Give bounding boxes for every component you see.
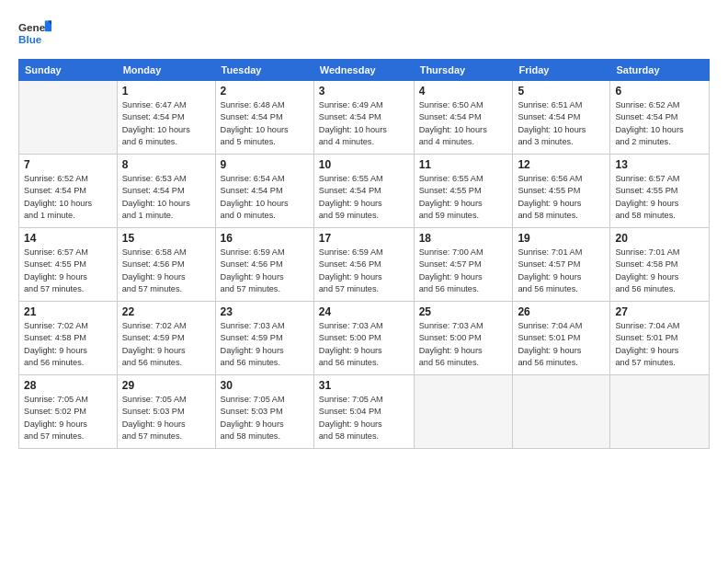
week-row-4: 21Sunrise: 7:02 AM Sunset: 4:58 PM Dayli… [19, 302, 710, 375]
day-number: 20 [615, 232, 704, 245]
day-number: 22 [122, 305, 210, 318]
day-cell: 8Sunrise: 6:53 AM Sunset: 4:54 PM Daylig… [117, 155, 215, 228]
day-number: 12 [518, 158, 605, 171]
day-cell: 21Sunrise: 7:02 AM Sunset: 4:58 PM Dayli… [19, 302, 118, 375]
day-info: Sunrise: 6:49 AM Sunset: 4:54 PM Dayligh… [319, 99, 409, 148]
day-info: Sunrise: 6:57 AM Sunset: 4:55 PM Dayligh… [615, 173, 704, 222]
day-info: Sunrise: 6:50 AM Sunset: 4:54 PM Dayligh… [419, 99, 508, 148]
day-cell: 16Sunrise: 6:59 AM Sunset: 4:56 PM Dayli… [215, 228, 313, 302]
day-cell: 22Sunrise: 7:02 AM Sunset: 4:59 PM Dayli… [117, 302, 215, 375]
day-cell: 12Sunrise: 6:56 AM Sunset: 4:55 PM Dayli… [513, 155, 610, 228]
day-cell: 27Sunrise: 7:04 AM Sunset: 5:01 PM Dayli… [610, 302, 710, 375]
day-number: 2 [221, 85, 309, 98]
day-cell [414, 375, 513, 449]
day-cell: 23Sunrise: 7:03 AM Sunset: 4:59 PM Dayli… [215, 302, 313, 375]
day-number: 28 [24, 379, 112, 392]
day-number: 16 [221, 232, 309, 245]
day-info: Sunrise: 7:02 AM Sunset: 4:59 PM Dayligh… [122, 320, 210, 369]
day-cell: 26Sunrise: 7:04 AM Sunset: 5:01 PM Dayli… [513, 302, 610, 375]
day-cell: 14Sunrise: 6:57 AM Sunset: 4:55 PM Dayli… [19, 228, 118, 302]
weekday-header-friday: Friday [513, 60, 610, 81]
day-cell: 6Sunrise: 6:52 AM Sunset: 4:54 PM Daylig… [610, 81, 710, 155]
day-cell [610, 375, 710, 449]
day-cell: 9Sunrise: 6:54 AM Sunset: 4:54 PM Daylig… [215, 155, 313, 228]
day-cell: 4Sunrise: 6:50 AM Sunset: 4:54 PM Daylig… [414, 81, 513, 155]
day-number: 21 [24, 305, 112, 318]
logo-icon: General Blue [18, 17, 51, 50]
day-cell: 25Sunrise: 7:03 AM Sunset: 5:00 PM Dayli… [414, 302, 513, 375]
day-number: 25 [419, 305, 508, 318]
week-row-3: 14Sunrise: 6:57 AM Sunset: 4:55 PM Dayli… [19, 228, 710, 302]
day-info: Sunrise: 6:57 AM Sunset: 4:55 PM Dayligh… [24, 247, 112, 295]
day-info: Sunrise: 6:52 AM Sunset: 4:54 PM Dayligh… [615, 99, 704, 148]
day-cell: 19Sunrise: 7:01 AM Sunset: 4:57 PM Dayli… [513, 228, 610, 302]
weekday-header-row: SundayMondayTuesdayWednesdayThursdayFrid… [19, 60, 710, 81]
week-row-1: 1Sunrise: 6:47 AM Sunset: 4:54 PM Daylig… [19, 81, 710, 155]
day-cell: 1Sunrise: 6:47 AM Sunset: 4:54 PM Daylig… [117, 81, 215, 155]
svg-text:Blue: Blue [18, 33, 42, 45]
weekday-header-tuesday: Tuesday [215, 60, 313, 81]
logo: General Blue [18, 17, 51, 50]
day-number: 24 [319, 305, 409, 318]
day-number: 19 [518, 232, 605, 245]
day-number: 1 [122, 85, 210, 98]
day-number: 10 [319, 158, 409, 171]
day-number: 31 [319, 379, 409, 392]
day-info: Sunrise: 7:03 AM Sunset: 5:00 PM Dayligh… [419, 320, 508, 369]
header: General Blue [18, 17, 710, 50]
day-number: 13 [615, 158, 704, 171]
day-number: 18 [419, 232, 508, 245]
day-cell: 28Sunrise: 7:05 AM Sunset: 5:02 PM Dayli… [19, 375, 118, 449]
day-cell [513, 375, 610, 449]
day-info: Sunrise: 6:48 AM Sunset: 4:54 PM Dayligh… [221, 99, 309, 148]
day-info: Sunrise: 6:59 AM Sunset: 4:56 PM Dayligh… [319, 247, 409, 295]
day-info: Sunrise: 7:03 AM Sunset: 4:59 PM Dayligh… [221, 320, 309, 369]
day-cell: 30Sunrise: 7:05 AM Sunset: 5:03 PM Dayli… [215, 375, 313, 449]
day-info: Sunrise: 7:05 AM Sunset: 5:04 PM Dayligh… [319, 394, 409, 442]
day-cell: 3Sunrise: 6:49 AM Sunset: 4:54 PM Daylig… [313, 81, 414, 155]
day-info: Sunrise: 7:01 AM Sunset: 4:58 PM Dayligh… [615, 247, 704, 295]
day-info: Sunrise: 7:04 AM Sunset: 5:01 PM Dayligh… [518, 320, 605, 369]
day-info: Sunrise: 7:05 AM Sunset: 5:02 PM Dayligh… [24, 394, 112, 442]
day-info: Sunrise: 7:04 AM Sunset: 5:01 PM Dayligh… [615, 320, 704, 369]
day-cell: 10Sunrise: 6:55 AM Sunset: 4:54 PM Dayli… [313, 155, 414, 228]
weekday-header-saturday: Saturday [610, 60, 710, 81]
weekday-header-sunday: Sunday [19, 60, 118, 81]
day-cell: 13Sunrise: 6:57 AM Sunset: 4:55 PM Dayli… [610, 155, 710, 228]
day-number: 11 [419, 158, 508, 171]
day-number: 9 [221, 158, 309, 171]
day-info: Sunrise: 6:55 AM Sunset: 4:55 PM Dayligh… [419, 173, 508, 222]
day-info: Sunrise: 6:59 AM Sunset: 4:56 PM Dayligh… [221, 247, 309, 295]
day-number: 3 [319, 85, 409, 98]
day-info: Sunrise: 6:51 AM Sunset: 4:54 PM Dayligh… [518, 99, 605, 148]
day-cell: 17Sunrise: 6:59 AM Sunset: 4:56 PM Dayli… [313, 228, 414, 302]
day-number: 6 [615, 85, 704, 98]
day-cell: 29Sunrise: 7:05 AM Sunset: 5:03 PM Dayli… [117, 375, 215, 449]
day-number: 8 [122, 158, 210, 171]
calendar-table: SundayMondayTuesdayWednesdayThursdayFrid… [18, 59, 710, 449]
day-cell: 11Sunrise: 6:55 AM Sunset: 4:55 PM Dayli… [414, 155, 513, 228]
day-number: 27 [615, 305, 704, 318]
day-info: Sunrise: 7:05 AM Sunset: 5:03 PM Dayligh… [221, 394, 309, 442]
day-number: 17 [319, 232, 409, 245]
day-info: Sunrise: 6:54 AM Sunset: 4:54 PM Dayligh… [221, 173, 309, 222]
page: General Blue SundayMondayTuesdayWednesda… [0, 0, 728, 563]
day-cell: 5Sunrise: 6:51 AM Sunset: 4:54 PM Daylig… [513, 81, 610, 155]
week-row-2: 7Sunrise: 6:52 AM Sunset: 4:54 PM Daylig… [19, 155, 710, 228]
day-number: 5 [518, 85, 605, 98]
day-number: 29 [122, 379, 210, 392]
day-cell: 15Sunrise: 6:58 AM Sunset: 4:56 PM Dayli… [117, 228, 215, 302]
day-cell: 31Sunrise: 7:05 AM Sunset: 5:04 PM Dayli… [313, 375, 414, 449]
day-info: Sunrise: 7:02 AM Sunset: 4:58 PM Dayligh… [24, 320, 112, 369]
day-number: 4 [419, 85, 508, 98]
day-number: 7 [24, 158, 112, 171]
day-number: 14 [24, 232, 112, 245]
day-info: Sunrise: 7:00 AM Sunset: 4:57 PM Dayligh… [419, 247, 508, 295]
day-info: Sunrise: 6:58 AM Sunset: 4:56 PM Dayligh… [122, 247, 210, 295]
day-cell: 18Sunrise: 7:00 AM Sunset: 4:57 PM Dayli… [414, 228, 513, 302]
day-cell: 20Sunrise: 7:01 AM Sunset: 4:58 PM Dayli… [610, 228, 710, 302]
day-info: Sunrise: 6:55 AM Sunset: 4:54 PM Dayligh… [319, 173, 409, 222]
day-info: Sunrise: 6:56 AM Sunset: 4:55 PM Dayligh… [518, 173, 605, 222]
day-info: Sunrise: 7:05 AM Sunset: 5:03 PM Dayligh… [122, 394, 210, 442]
day-number: 15 [122, 232, 210, 245]
